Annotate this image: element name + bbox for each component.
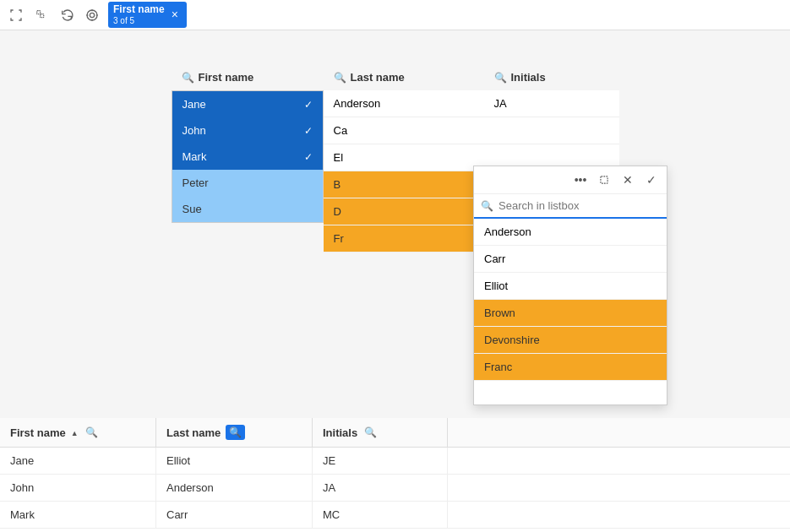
firstname-col-label: First name <box>199 71 254 84</box>
jane-checkmark: ✓ <box>304 99 313 111</box>
dropdown-confirm-button[interactable]: ✓ <box>641 170 662 190</box>
svg-point-3 <box>90 13 94 17</box>
td-initials-je: JE <box>313 448 448 474</box>
firstname-item-peter[interactable]: Peter <box>172 170 323 196</box>
firstname-item-john[interactable]: John ✓ <box>172 117 323 144</box>
lastname-item-el[interactable]: El <box>324 144 484 171</box>
lastname-item-ca[interactable]: Ca <box>324 117 484 144</box>
svg-point-2 <box>87 10 97 20</box>
initials-search-icon: 🔍 <box>494 72 507 84</box>
td-lastname-elliot: Elliot <box>156 448 313 474</box>
td-initials-ja: JA <box>313 475 448 501</box>
td-extra-2 <box>448 502 790 528</box>
th-lastname: Last name 🔍 <box>156 418 313 447</box>
dropdown-search-bar[interactable]: 🔍 <box>474 194 667 219</box>
th-lastname-label: Last name <box>166 426 221 439</box>
svg-rect-0 <box>37 10 41 14</box>
table-row: Jane Elliot JE <box>0 448 790 475</box>
dropdown-item-elliot[interactable]: Elliot <box>474 273 667 300</box>
lastname-search-btn[interactable]: 🔍 <box>226 425 245 440</box>
th-initials: Initials 🔍 <box>313 418 448 447</box>
svg-rect-1 <box>41 14 44 17</box>
initials-col-header: 🔍 Initials <box>484 64 619 90</box>
dropdown-search-input[interactable] <box>499 199 660 212</box>
firstname-item-label: Sue <box>183 203 202 215</box>
dropdown-item-brown[interactable]: Brown <box>474 300 667 327</box>
initials-item-ja: JA <box>484 90 619 117</box>
main-area: 🔍 First name Jane ✓ John ✓ Mark ✓ <box>0 30 790 532</box>
initials-col-label: Initials <box>511 71 546 84</box>
firstname-item-label: Mark <box>183 150 207 163</box>
dropdown-search-icon: 🔍 <box>481 200 493 212</box>
lastname-item-fr[interactable]: Fr <box>324 225 484 252</box>
bottom-table: First name 🔍 Last name 🔍 Initials 🔍 Jane… <box>0 418 790 532</box>
dropdown-item-devonshire[interactable]: Devonshire <box>474 327 667 354</box>
crop-free-icon[interactable] <box>7 6 25 24</box>
firstname-search-btn[interactable]: 🔍 <box>84 426 100 438</box>
toolbar: First name 3 of 5 × <box>0 0 790 30</box>
firstname-item-mark[interactable]: Mark ✓ <box>172 144 323 170</box>
td-initials-mc: MC <box>313 502 448 528</box>
badge-close-button[interactable]: × <box>170 8 180 21</box>
dropdown-item-anderson[interactable]: Anderson <box>474 219 667 246</box>
lastname-item-anderson[interactable]: Anderson <box>324 90 484 117</box>
firstname-search-icon: 🔍 <box>182 72 194 84</box>
lastname-col-header: 🔍 Last name <box>324 64 484 90</box>
firstname-list: Jane ✓ John ✓ Mark ✓ Peter S <box>172 90 324 223</box>
td-lastname-carr: Carr <box>156 502 313 528</box>
th-firstname: First name 🔍 <box>0 418 156 447</box>
dropdown-crop-button[interactable] <box>594 170 614 190</box>
dropdown-empty-space <box>474 381 667 432</box>
sort-asc-icon <box>71 428 79 437</box>
lastname-search-icon: 🔍 <box>334 72 346 84</box>
lastname-column: 🔍 Last name Anderson Ca El B D Fr <box>324 64 484 252</box>
dropdown-more-button[interactable]: ••• <box>570 170 591 190</box>
lastname-col-label: Last name <box>351 71 405 84</box>
td-extra-0 <box>448 448 790 474</box>
initials-search-btn[interactable]: 🔍 <box>362 426 379 438</box>
lastname-item-d[interactable]: D <box>324 198 484 225</box>
table-row: John Anderson JA <box>0 475 790 502</box>
firstname-item-label: Peter <box>183 176 209 189</box>
dropdown-list: Anderson Carr Elliot Brown Devonshire Fr… <box>474 219 667 404</box>
mark-checkmark: ✓ <box>304 151 313 163</box>
crop-icon[interactable] <box>32 6 51 24</box>
refresh-icon[interactable] <box>57 6 76 24</box>
table-row: Mark Carr MC <box>0 502 790 529</box>
firstname-item-sue[interactable]: Sue <box>172 196 323 222</box>
th-initials-label: Initials <box>323 426 357 439</box>
filter-badge: First name 3 of 5 × <box>108 2 187 27</box>
th-firstname-label: First name <box>10 426 66 439</box>
td-extra-1 <box>448 475 790 501</box>
dropdown-popup: ••• ✕ ✓ 🔍 Anderson Carr Elliot Brown Dev… <box>473 166 667 405</box>
svg-rect-8 <box>601 176 607 183</box>
target-icon[interactable] <box>83 6 101 24</box>
lastname-list: Anderson Ca El B D Fr <box>324 90 484 252</box>
dropdown-item-carr[interactable]: Carr <box>474 246 667 273</box>
dropdown-toolbar: ••• ✕ ✓ <box>474 166 667 194</box>
td-firstname-jane: Jane <box>0 448 156 474</box>
initials-item-2 <box>484 117 619 144</box>
firstname-item-label: Jane <box>183 98 206 111</box>
dropdown-close-button[interactable]: ✕ <box>618 170 638 190</box>
upper-section: 🔍 First name Jane ✓ John ✓ Mark ✓ <box>0 64 790 252</box>
john-checkmark: ✓ <box>304 125 313 137</box>
dropdown-item-franc[interactable]: Franc <box>474 354 667 381</box>
td-lastname-anderson: Anderson <box>156 475 313 501</box>
firstname-column: 🔍 First name Jane ✓ John ✓ Mark ✓ <box>172 64 324 252</box>
td-firstname-john: John <box>0 475 156 501</box>
lastname-item-b[interactable]: B <box>324 171 484 198</box>
firstname-item-label: John <box>183 124 206 137</box>
table-header: First name 🔍 Last name 🔍 Initials 🔍 <box>0 418 790 448</box>
firstname-item-jane[interactable]: Jane ✓ <box>172 91 323 117</box>
badge-sub: 3 of 5 <box>113 16 165 26</box>
badge-title: First name <box>113 3 165 15</box>
firstname-col-header: 🔍 First name <box>172 64 324 90</box>
td-firstname-mark: Mark <box>0 502 156 528</box>
